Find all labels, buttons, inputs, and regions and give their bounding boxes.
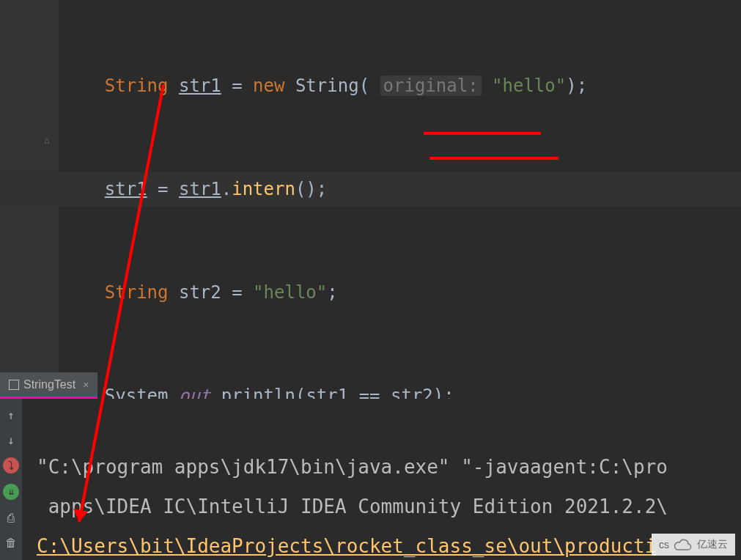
underline-annotation-1 — [424, 132, 541, 135]
scroll-up-icon[interactable]: ↑ — [4, 408, 18, 422]
console-cmd-line: apps\IDEA IC\IntelliJ IDEA Community Edi… — [37, 495, 668, 517]
method-intern: intern — [232, 179, 295, 199]
type-keyword: String — [105, 75, 169, 96]
new-keyword: new — [253, 75, 284, 96]
underline-annotation-2 — [430, 157, 558, 160]
string-literal: "hello" — [492, 75, 566, 96]
code-line-1: String str1 = new String( original: "hel… — [62, 69, 741, 103]
trash-icon[interactable]: 🗑 — [4, 535, 18, 550]
print-icon[interactable]: ⎙ — [4, 510, 18, 525]
op-assign: = — [232, 75, 242, 96]
watermark: cs 亿速云 — [652, 534, 735, 556]
tab-label: StringTest — [23, 378, 75, 391]
var-str1: str1 — [179, 75, 221, 96]
code-editor[interactable]: ⌂ String str1 = new String( original: "h… — [0, 0, 741, 372]
code-line-2: str1 = str1.intern(); — [0, 172, 741, 207]
watermark-text: 亿速云 — [697, 538, 728, 551]
console-cmd-line: "C:\program apps\jdk17\bin\java.exe" "-j… — [37, 456, 668, 478]
console-link-line[interactable]: C:\Users\bit\IdeaProjects\rocket_class_s… — [37, 535, 656, 557]
param-hint: original: — [380, 75, 482, 96]
ref-str1: str1 — [179, 179, 221, 199]
run-tab-bar: StringTest × — [0, 372, 97, 399]
run-tab-stringtest[interactable]: StringTest × — [0, 372, 97, 399]
class-string: String — [295, 75, 359, 96]
soft-wrap-icon[interactable]: ⤵ — [3, 457, 19, 474]
console-panel: ↑ ↓ ⤵ ⇊ ⎙ 🗑 "C:\program apps\jdk17\bin\j… — [0, 399, 741, 560]
close-icon[interactable]: × — [83, 379, 89, 391]
fold-handle-icon[interactable]: ⌂ — [44, 136, 56, 147]
var-str1: str1 — [105, 179, 147, 199]
cloud-icon — [674, 538, 693, 551]
var-str2: str2 — [179, 282, 221, 303]
string-literal: "hello" — [253, 282, 327, 303]
run-config-icon — [9, 380, 19, 390]
type-keyword: String — [105, 282, 169, 303]
scroll-down-icon[interactable]: ↓ — [4, 432, 18, 447]
console-toolbar: ↑ ↓ ⤵ ⇊ ⎙ 🗑 — [0, 399, 22, 560]
scroll-to-end-icon[interactable]: ⇊ — [3, 484, 19, 500]
console-output[interactable]: "C:\program apps\jdk17\bin\java.exe" "-j… — [22, 399, 741, 560]
op-assign: = — [232, 282, 242, 303]
op-assign: = — [158, 179, 168, 199]
watermark-prefix: cs — [659, 539, 669, 550]
code-line-3: String str2 = "hello"; — [62, 276, 741, 310]
